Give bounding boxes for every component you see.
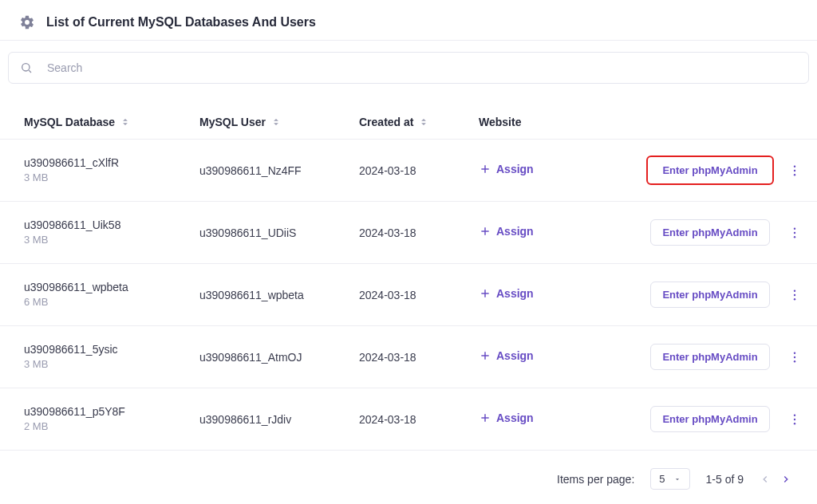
db-size: 2 MB xyxy=(24,419,199,434)
plus-icon xyxy=(479,349,491,362)
table-row: u390986611_wpbeta 6 MB u390986611_wpbeta… xyxy=(0,264,817,326)
sort-icon xyxy=(120,116,131,128)
assign-button[interactable]: Assign xyxy=(479,349,534,362)
svg-point-11 xyxy=(794,236,795,238)
gear-icon xyxy=(19,14,35,30)
more-actions-button[interactable] xyxy=(782,407,807,432)
pagination-range: 1-5 of 9 xyxy=(706,473,744,486)
enter-phpmyadmin-button[interactable]: Enter phpMyAdmin xyxy=(650,282,769,308)
chevron-left-icon xyxy=(760,474,771,485)
created-cell: 2024-03-18 xyxy=(359,164,479,177)
plus-icon xyxy=(479,411,491,424)
sort-icon xyxy=(270,116,282,128)
svg-point-14 xyxy=(794,289,795,291)
user-cell: u390986611_UDiiS xyxy=(199,226,359,239)
more-actions-button[interactable] xyxy=(782,220,807,246)
db-size: 3 MB xyxy=(24,357,199,372)
created-cell: 2024-03-18 xyxy=(359,289,479,301)
assign-label: Assign xyxy=(496,163,534,175)
created-cell: 2024-03-18 xyxy=(359,226,479,239)
db-cell: u390986611_cXlfR 3 MB xyxy=(24,156,199,186)
databases-table: MySQL Database MySQL User Created at Web… xyxy=(0,104,817,451)
db-name: u390986611_5ysic xyxy=(24,342,199,358)
db-name: u390986611_wpbeta xyxy=(24,280,199,296)
db-size: 3 MB xyxy=(24,171,199,185)
svg-point-5 xyxy=(794,169,795,171)
enter-phpmyadmin-button[interactable]: Enter phpMyAdmin xyxy=(650,219,769,246)
plus-icon xyxy=(479,163,491,175)
chevron-right-icon xyxy=(780,474,791,485)
table-row: u390986611_cXlfR 3 MB u390986611_Nz4FF 2… xyxy=(0,140,817,202)
enter-phpmyadmin-button[interactable]: Enter phpMyAdmin xyxy=(650,406,769,432)
svg-point-24 xyxy=(794,414,795,415)
user-cell: u390986611_rJdiv xyxy=(199,413,359,426)
created-cell: 2024-03-18 xyxy=(359,351,479,364)
page-title: List of Current MySQL Databases And User… xyxy=(46,15,316,30)
svg-point-20 xyxy=(794,356,795,357)
svg-point-9 xyxy=(794,227,795,229)
assign-label: Assign xyxy=(496,287,534,300)
col-header-created[interactable]: Created at xyxy=(359,116,479,128)
db-cell: u390986611_wpbeta 6 MB xyxy=(24,280,199,310)
db-cell: u390986611_Uik58 3 MB xyxy=(24,218,199,248)
db-cell: u390986611_p5Y8F 2 MB xyxy=(24,404,199,435)
enter-phpmyadmin-button[interactable]: Enter phpMyAdmin xyxy=(650,344,769,370)
items-per-page-label: Items per page: xyxy=(557,473,634,486)
db-cell: u390986611_5ysic 3 MB xyxy=(24,342,199,372)
dots-vertical-icon xyxy=(787,288,802,302)
dots-vertical-icon xyxy=(787,350,802,364)
svg-point-25 xyxy=(794,418,795,419)
assign-button[interactable]: Assign xyxy=(479,411,534,424)
assign-label: Assign xyxy=(496,225,534,238)
db-size: 6 MB xyxy=(24,295,199,309)
plus-icon xyxy=(479,287,491,300)
search-input[interactable] xyxy=(45,61,797,75)
search-box[interactable] xyxy=(8,52,809,84)
col-header-user[interactable]: MySQL User xyxy=(199,116,359,128)
user-cell: u390986611_AtmOJ xyxy=(199,351,359,364)
user-cell: u390986611_Nz4FF xyxy=(199,164,359,177)
table-header-row: MySQL Database MySQL User Created at Web… xyxy=(0,104,817,140)
plus-icon xyxy=(479,225,491,238)
created-cell: 2024-03-18 xyxy=(359,413,479,426)
dots-vertical-icon xyxy=(787,163,802,178)
next-page-button[interactable] xyxy=(780,474,791,485)
db-name: u390986611_p5Y8F xyxy=(24,404,199,420)
svg-point-6 xyxy=(794,174,795,175)
pagination-footer: Items per page: 5 1-5 of 9 xyxy=(0,451,817,490)
more-actions-button[interactable] xyxy=(782,345,807,370)
assign-button[interactable]: Assign xyxy=(479,163,534,175)
svg-point-19 xyxy=(794,352,795,353)
assign-button[interactable]: Assign xyxy=(479,225,534,238)
table-row: u390986611_p5Y8F 2 MB u390986611_rJdiv 2… xyxy=(0,388,817,451)
svg-point-26 xyxy=(794,423,795,424)
chevron-down-icon xyxy=(673,475,681,483)
svg-point-16 xyxy=(794,298,795,300)
table-row: u390986611_Uik58 3 MB u390986611_UDiiS 2… xyxy=(0,202,817,264)
svg-line-1 xyxy=(29,70,31,73)
svg-point-4 xyxy=(794,165,795,167)
db-name: u390986611_cXlfR xyxy=(24,156,199,171)
table-row: u390986611_5ysic 3 MB u390986611_AtmOJ 2… xyxy=(0,326,817,388)
page-header: List of Current MySQL Databases And User… xyxy=(0,0,817,41)
col-header-database[interactable]: MySQL Database xyxy=(24,116,199,128)
more-actions-button[interactable] xyxy=(782,282,807,308)
db-size: 3 MB xyxy=(24,233,199,247)
svg-point-10 xyxy=(794,231,795,233)
assign-label: Assign xyxy=(496,411,534,424)
sort-icon xyxy=(418,116,429,128)
prev-page-button[interactable] xyxy=(760,474,771,485)
per-page-select[interactable]: 5 xyxy=(650,468,689,490)
svg-point-0 xyxy=(22,64,30,71)
dots-vertical-icon xyxy=(787,226,802,240)
more-actions-button[interactable] xyxy=(782,158,807,183)
enter-phpmyadmin-button[interactable]: Enter phpMyAdmin xyxy=(646,156,773,185)
col-header-website: Website xyxy=(479,116,638,128)
search-icon xyxy=(20,61,33,74)
svg-point-21 xyxy=(794,360,795,362)
dots-vertical-icon xyxy=(787,412,802,427)
assign-label: Assign xyxy=(496,349,534,362)
db-name: u390986611_Uik58 xyxy=(24,218,199,234)
assign-button[interactable]: Assign xyxy=(479,287,534,300)
svg-point-15 xyxy=(794,293,795,295)
